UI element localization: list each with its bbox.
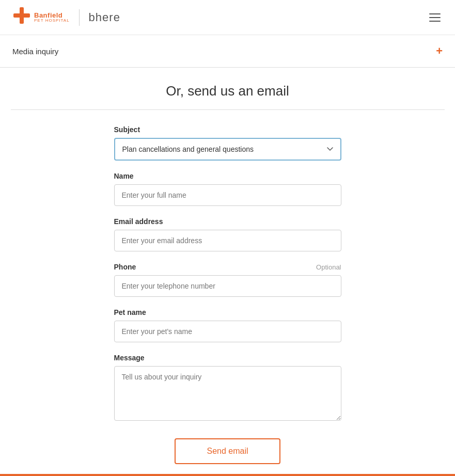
hamburger-line-3 [429, 21, 441, 22]
media-inquiry-label: Media inquiry [12, 47, 58, 56]
phone-group: Phone Optional [114, 263, 341, 297]
email-form: Subject Plan cancellations and general q… [114, 125, 341, 464]
message-label: Message [114, 354, 145, 362]
message-group: Message [114, 354, 341, 423]
subject-select[interactable]: Plan cancellations and general questions… [114, 138, 341, 161]
message-label-row: Message [114, 354, 341, 362]
svg-rect-1 [13, 13, 30, 18]
banfield-sub: Pet Hospital [34, 19, 70, 23]
banfield-logo: Banfield Pet Hospital [12, 6, 70, 28]
name-input[interactable] [114, 184, 341, 206]
email-input[interactable] [114, 230, 341, 251]
hamburger-line-2 [429, 17, 441, 18]
phone-optional-label: Optional [316, 263, 341, 271]
phone-label: Phone [114, 263, 136, 271]
pet-name-input[interactable] [114, 321, 341, 342]
media-inquiry-bar[interactable]: Media inquiry + [0, 35, 455, 68]
phone-input[interactable] [114, 275, 341, 297]
pet-name-label-row: Pet name [114, 308, 341, 316]
hamburger-line-1 [429, 13, 441, 14]
subject-label: Subject [114, 125, 140, 134]
pet-name-group: Pet name [114, 308, 341, 342]
message-textarea[interactable] [114, 366, 341, 421]
email-label-row: Email address [114, 217, 341, 226]
hamburger-menu-icon[interactable] [427, 11, 443, 24]
send-email-button[interactable]: Send email [175, 438, 280, 464]
expand-plus-icon[interactable]: + [436, 44, 443, 58]
title-divider [11, 109, 445, 110]
subject-group: Subject Plan cancellations and general q… [114, 125, 341, 161]
phone-label-row: Phone Optional [114, 263, 341, 271]
bhere-logo: bhere [89, 11, 120, 24]
email-label: Email address [114, 217, 163, 226]
bottom-accent-bar [0, 474, 455, 476]
logo-container: Banfield Pet Hospital bhere [12, 6, 120, 28]
email-group: Email address [114, 217, 341, 251]
subject-label-row: Subject [114, 125, 341, 134]
logo-divider [79, 9, 80, 26]
name-group: Name [114, 172, 341, 206]
banfield-cross-icon [12, 6, 31, 28]
name-label: Name [114, 172, 134, 180]
main-content: Or, send us an email Subject Plan cancel… [1, 68, 455, 476]
header: Banfield Pet Hospital bhere [0, 0, 455, 35]
name-label-row: Name [114, 172, 341, 180]
section-title: Or, send us an email [11, 83, 445, 99]
banfield-text: Banfield Pet Hospital [34, 12, 70, 23]
pet-name-label: Pet name [114, 308, 146, 316]
